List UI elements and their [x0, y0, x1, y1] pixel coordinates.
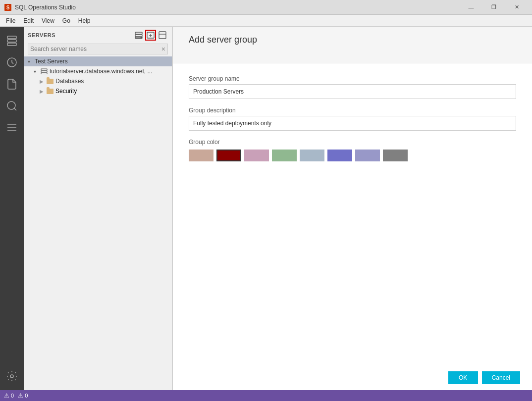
- svg-rect-3: [7, 40, 16, 42]
- warning-count: 0: [11, 393, 14, 399]
- server-tree: ▾ Test Servers ▾ tutorialserver.database…: [24, 56, 172, 390]
- dialog-title: Add server group: [189, 35, 516, 45]
- error-icon: ⚠: [18, 392, 23, 399]
- security-label: Security: [55, 88, 77, 95]
- search-bar: ×: [28, 44, 168, 54]
- sidebar-actions: [133, 30, 168, 41]
- tree-databases-item[interactable]: ▶ Databases: [24, 76, 172, 86]
- group-color-group: Group color: [189, 139, 516, 161]
- collapse-button[interactable]: [157, 30, 168, 41]
- statusbar-warnings: ⚠ 0: [4, 392, 14, 399]
- dialog-header: Add server group: [173, 27, 532, 63]
- svg-text:S: S: [6, 5, 10, 10]
- color-swatches: [189, 150, 516, 161]
- svg-rect-13: [135, 35, 142, 37]
- color-swatch-mauve[interactable]: [244, 150, 269, 161]
- statusbar: ⚠ 0 ⚠ 0: [0, 390, 532, 401]
- group-description-group: Group description: [189, 107, 516, 131]
- search-input[interactable]: [30, 46, 161, 52]
- svg-rect-12: [135, 32, 142, 34]
- svg-rect-2: [7, 36, 16, 39]
- chevron-down-icon: ▾: [34, 69, 40, 74]
- dialog-footer: OK Cancel: [172, 365, 532, 390]
- tree-server-item[interactable]: ▾ tutorialserver.database.windows.net, .…: [24, 66, 172, 76]
- window-controls: — ❐ ✕: [460, 0, 528, 15]
- cancel-button[interactable]: Cancel: [482, 371, 520, 384]
- color-swatch-steel[interactable]: [300, 150, 324, 161]
- clear-search-button[interactable]: ×: [161, 45, 165, 53]
- server-group-name-group: Server group name: [189, 75, 516, 99]
- server-group-name-input[interactable]: [189, 84, 516, 99]
- svg-point-11: [10, 375, 13, 378]
- group-description-label: Group description: [189, 107, 516, 114]
- tree-security-item[interactable]: ▶ Security: [24, 86, 172, 96]
- group-description-input[interactable]: [189, 116, 516, 131]
- color-swatch-darkred[interactable]: [216, 150, 241, 161]
- menu-view[interactable]: View: [38, 15, 58, 26]
- chevron-right-icon: ▶: [40, 89, 46, 94]
- color-swatch-gray[interactable]: [383, 150, 408, 161]
- server-label: tutorialserver.database.windows.net, ...: [50, 68, 152, 75]
- activity-bar: [0, 27, 24, 390]
- group-label: Test Servers: [35, 58, 68, 65]
- activity-explorer[interactable]: [2, 74, 22, 94]
- folder-icon: [47, 89, 53, 94]
- svg-rect-23: [41, 73, 47, 74]
- statusbar-errors: ⚠ 0: [18, 392, 28, 399]
- activity-search[interactable]: [2, 96, 22, 116]
- activity-settings[interactable]: [2, 366, 22, 386]
- activity-servers[interactable]: [2, 31, 22, 50]
- titlebar: S SQL Operations Studio — ❐ ✕: [0, 0, 532, 15]
- warning-icon: ⚠: [4, 392, 9, 399]
- new-server-button[interactable]: [133, 30, 144, 41]
- dialog-panel: Server group name Group description Grou…: [173, 63, 532, 181]
- app-title: SQL Operations Studio: [15, 4, 460, 11]
- app-body: SERVERS: [0, 27, 532, 390]
- sidebar-title: SERVERS: [28, 32, 55, 38]
- svg-rect-21: [41, 69, 47, 70]
- activity-history[interactable]: [2, 52, 22, 72]
- menu-go[interactable]: Go: [58, 15, 74, 26]
- server-group-name-label: Server group name: [189, 75, 516, 82]
- close-button[interactable]: ✕: [505, 0, 528, 15]
- activity-tools[interactable]: [2, 118, 22, 138]
- svg-rect-4: [7, 43, 16, 46]
- error-count: 0: [25, 393, 28, 399]
- sidebar: SERVERS: [24, 27, 172, 390]
- group-color-label: Group color: [189, 139, 516, 146]
- tree-group-test-servers[interactable]: ▾ Test Servers: [24, 56, 172, 66]
- svg-rect-19: [159, 32, 166, 39]
- add-group-button[interactable]: [145, 30, 156, 41]
- color-swatch-blue[interactable]: [327, 150, 352, 161]
- menu-help[interactable]: Help: [74, 15, 95, 26]
- sidebar-header: SERVERS: [24, 27, 172, 44]
- color-swatch-sage[interactable]: [272, 150, 297, 161]
- svg-rect-22: [41, 71, 47, 72]
- chevron-down-icon: ▾: [28, 59, 34, 64]
- svg-line-7: [14, 108, 16, 110]
- restore-button[interactable]: ❐: [482, 0, 505, 15]
- databases-label: Databases: [55, 78, 84, 85]
- svg-point-15: [141, 37, 142, 38]
- main-content: Add server group Server group name Group…: [173, 27, 532, 390]
- color-swatch-lavender[interactable]: [355, 150, 380, 161]
- menu-edit[interactable]: Edit: [19, 15, 38, 26]
- folder-icon: [47, 79, 53, 84]
- menubar: File Edit View Go Help: [0, 15, 532, 27]
- minimize-button[interactable]: —: [460, 0, 482, 15]
- color-swatch-rose[interactable]: [189, 150, 213, 161]
- ok-button[interactable]: OK: [448, 371, 478, 384]
- app-icon: S: [4, 3, 12, 11]
- menu-file[interactable]: File: [2, 15, 19, 26]
- chevron-right-icon: ▶: [40, 79, 46, 84]
- svg-point-6: [7, 101, 15, 109]
